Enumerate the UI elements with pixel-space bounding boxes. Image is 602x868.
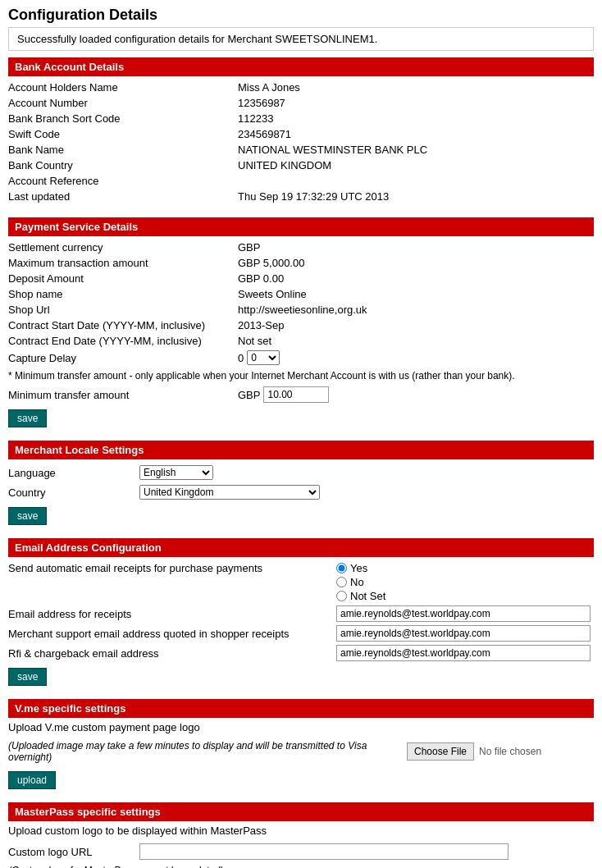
support-email-row: Merchant support email address quoted in… [8, 624, 594, 643]
field-label: Maximum transaction amount [8, 257, 238, 269]
field-label: Shop Url [8, 304, 238, 316]
rfi-email-value [336, 645, 594, 661]
logo-url-input[interactable] [139, 843, 509, 860]
support-email-value [336, 625, 594, 642]
field-value: NATIONAL WESTMINSTER BANK PLC [238, 144, 594, 156]
table-row: Swift Code 234569871 [8, 126, 594, 142]
field-value: GBP [238, 241, 594, 254]
country-row: Country United Kingdom United States Fra… [8, 482, 594, 502]
language-select[interactable]: English French German Spanish [139, 465, 213, 480]
table-row: Deposit Amount GBP 0.00 [8, 271, 594, 286]
success-message: Successfully loaded configuration detail… [8, 27, 594, 51]
capture-delay-value: 0 0 1 2 3 [238, 350, 280, 365]
merchant-locale-content: Language English French German Spanish C… [0, 459, 602, 532]
email-receipts-input[interactable] [336, 605, 591, 622]
radio-not-set[interactable]: Not Set [336, 590, 594, 602]
min-transfer-row: Minimum transfer amount GBP [8, 385, 594, 404]
bank-account-section: Bank Account Details Account Holders Nam… [0, 57, 602, 211]
support-email-input[interactable] [336, 625, 591, 642]
capture-delay-select[interactable]: 0 1 2 3 [247, 350, 280, 365]
merchant-locale-header: Merchant Locale Settings [8, 441, 594, 459]
vme-upload-button[interactable]: upload [8, 771, 56, 789]
field-value: GBP 0.00 [238, 272, 594, 285]
email-config-section: Email Address Configuration Send automat… [0, 538, 602, 692]
rfi-email-input[interactable] [336, 645, 591, 661]
page-title: Configuration Details [0, 0, 602, 27]
field-value: 234569871 [238, 128, 594, 140]
radio-no-label: No [350, 576, 364, 588]
field-value: Sweets Online [238, 288, 594, 300]
field-value: 2013-Sep [238, 319, 594, 331]
min-transfer-amount: GBP [238, 386, 329, 403]
vme-settings-section: V.me specific settings Upload V.me custo… [0, 699, 602, 796]
no-file-chosen: No file chosen [479, 746, 541, 757]
radio-yes[interactable]: Yes [336, 562, 594, 574]
field-value: GBP 5,000.00 [238, 257, 594, 269]
language-row: Language English French German Spanish [8, 463, 594, 482]
email-config-save-button[interactable]: save [8, 668, 47, 686]
logo-url-row: Custom logo URL [8, 842, 594, 861]
table-row: Account Holders Name Miss A Jones [8, 80, 594, 95]
country-label: Country [8, 487, 139, 499]
auto-email-options: Yes No Not Set [336, 562, 594, 602]
choose-file-button[interactable]: Choose File [407, 742, 474, 761]
table-row: Shop Url http://sweetiesonline,org.uk [8, 302, 594, 318]
min-transfer-input[interactable] [263, 386, 329, 403]
field-value: 112233 [238, 112, 594, 125]
field-label: Bank Branch Sort Code [8, 112, 238, 125]
capture-delay-label: Capture Delay [8, 352, 238, 364]
table-row: Shop name Sweets Online [8, 286, 594, 302]
auto-email-label: Send automatic email receipts for purcha… [8, 562, 336, 602]
masterpass-upload-label: Upload custom logo to be displayed withi… [8, 825, 594, 837]
table-row: Account Reference [8, 173, 594, 189]
masterpass-settings-content: Upload custom logo to be displayed withi… [0, 821, 602, 868]
field-label: Account Number [8, 97, 238, 109]
field-label: Shop name [8, 288, 238, 300]
radio-no-input[interactable] [336, 577, 347, 587]
capture-delay-number: 0 [238, 352, 244, 364]
field-label: Account Reference [8, 175, 238, 187]
payment-service-content: Settlement currency GBP Maximum transact… [0, 236, 602, 434]
field-label: Account Holders Name [8, 81, 238, 94]
radio-yes-input[interactable] [336, 563, 347, 573]
field-label: Bank Name [8, 144, 238, 156]
rfi-email-row: Rfi & chargeback email address [8, 643, 594, 663]
min-transfer-note: * Minimum transfer amount - only applica… [8, 367, 594, 385]
email-radio-group: Yes No Not Set [336, 562, 594, 602]
field-label: Last updated [8, 190, 238, 203]
rfi-email-label: Rfi & chargeback email address [8, 647, 336, 660]
field-value: 12356987 [238, 97, 594, 109]
vme-settings-header: V.me specific settings [8, 699, 594, 718]
radio-not-set-input[interactable] [336, 591, 347, 601]
table-row: Contract End Date (YYYY-MM, inclusive) N… [8, 333, 594, 349]
radio-not-set-label: Not Set [350, 590, 385, 602]
table-row: Bank Branch Sort Code 112233 [8, 111, 594, 126]
field-label: Settlement currency [8, 241, 238, 254]
field-value: UNITED KINGDOM [238, 159, 594, 171]
field-label: Deposit Amount [8, 272, 238, 285]
table-row: Bank Name NATIONAL WESTMINSTER BANK PLC [8, 142, 594, 158]
language-label: Language [8, 467, 139, 479]
table-row: Settlement currency GBP [8, 240, 594, 255]
radio-no[interactable]: No [336, 576, 594, 588]
email-receipts-row: Email address for receipts [8, 604, 594, 624]
payment-service-header: Payment Service Details [8, 217, 594, 236]
field-value: Thu Sep 19 17:32:29 UTC 2013 [238, 190, 594, 203]
payment-service-section: Payment Service Details Settlement curre… [0, 217, 602, 434]
upload-desc: (Uploaded image may take a few minutes t… [8, 740, 402, 763]
email-config-header: Email Address Configuration [8, 538, 594, 557]
masterpass-settings-section: MasterPass specific settings Upload cust… [0, 802, 602, 868]
field-value [238, 175, 594, 187]
file-upload-row: (Uploaded image may take a few minutes t… [8, 740, 594, 763]
merchant-locale-save-button[interactable]: save [8, 507, 47, 525]
radio-yes-label: Yes [350, 562, 367, 574]
auto-email-row: Send automatic email receipts for purcha… [8, 560, 594, 604]
logo-url-label: Custom logo URL [8, 846, 139, 858]
field-label: Bank Country [8, 159, 238, 171]
vme-upload-label: Upload V.me custom payment page logo [8, 721, 594, 733]
field-value: Miss A Jones [238, 81, 594, 94]
capture-delay-row: Capture Delay 0 0 1 2 3 [8, 349, 594, 367]
country-select[interactable]: United Kingdom United States France Germ… [139, 485, 320, 500]
table-row: Account Number 12356987 [8, 95, 594, 111]
payment-service-save-button[interactable]: save [8, 409, 47, 427]
